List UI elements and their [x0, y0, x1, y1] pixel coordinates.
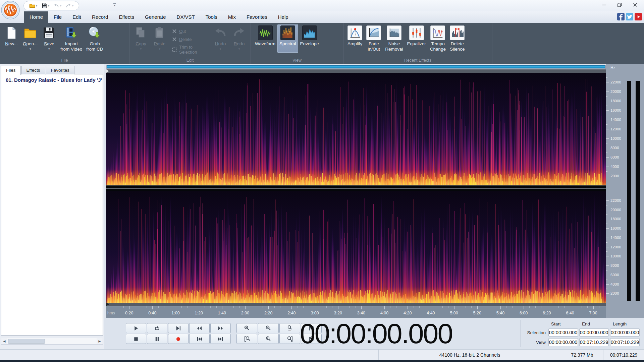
frequency-tick [606, 82, 609, 82]
rewind-button[interactable] [189, 323, 210, 333]
go-to-start-button[interactable] [189, 334, 210, 344]
playhead-marker-bottom-icon[interactable] [106, 303, 109, 306]
app-logo-icon[interactable] [1, 1, 20, 19]
tab-file[interactable]: File [48, 11, 67, 23]
panel-tab-effects[interactable]: Effects [21, 66, 45, 74]
zoom-in-button[interactable] [236, 323, 257, 333]
spectrogram-channel-left[interactable] [106, 73, 606, 185]
ribbon-button-waveform[interactable]: Waveform [253, 24, 277, 53]
view-end-value[interactable]: 00:07:10.229 [579, 338, 609, 346]
qat-open-button[interactable]: ▾ [28, 2, 39, 9]
tab-home[interactable]: Home [24, 11, 48, 23]
pause-button[interactable] [147, 334, 167, 344]
scroll-left-button[interactable]: ◀ [1, 340, 7, 343]
marker-strip-top[interactable] [106, 69, 606, 73]
tab-generate[interactable]: Generate [140, 11, 171, 23]
close-button[interactable] [627, 1, 643, 10]
ribbon-button-trim-to-selection[interactable]: Trim to Selection [172, 45, 208, 55]
waveform-horizontal-scrollbar[interactable] [106, 65, 606, 69]
column-header-length: Length [610, 321, 640, 326]
dropdown-arrow-icon[interactable]: ▾ [238, 47, 240, 51]
playhead-marker-top-icon[interactable] [106, 69, 109, 73]
dropdown-arrow-icon[interactable]: ▾ [30, 47, 31, 51]
ribbon-button-delete-silence[interactable]: Delete Silence [448, 24, 467, 53]
scroll-right-button[interactable]: ▶ [97, 340, 103, 343]
twitter-icon[interactable] [626, 13, 633, 20]
dropdown-arrow-icon[interactable]: ▾ [48, 47, 50, 51]
go-to-end-button[interactable] [210, 334, 231, 344]
ribbon-button-save[interactable]: Save▾ [40, 24, 58, 51]
dropdown-arrow-icon[interactable]: ▾ [159, 47, 161, 51]
ribbon-button-import-from-video[interactable]: Import from Video [58, 24, 84, 53]
file-list-item[interactable]: 01. Domagoy Ralasic - Blues for Lady 'J' [1, 74, 103, 85]
ribbon-button-paste[interactable]: Paste▾ [150, 24, 169, 51]
selection-end-value[interactable]: 00:00:00.000 [579, 328, 609, 337]
ribbon-button-noise-removal[interactable]: Noise Removal [383, 24, 405, 53]
dropdown-arrow-icon[interactable]: ▾ [36, 4, 37, 7]
restore-button[interactable] [612, 1, 627, 10]
panel-tab-files[interactable]: Files [1, 66, 21, 75]
frequency-minor-tick [606, 134, 607, 134]
dropdown-arrow-icon[interactable]: ▾ [60, 4, 61, 7]
qat-save-button[interactable]: ▾ [40, 2, 51, 9]
fast-forward-button[interactable] [210, 323, 231, 333]
ribbon-button-grab-from-cd[interactable]: Grab from CD [84, 24, 105, 53]
qat-undo-button[interactable]: ▾ [52, 2, 63, 9]
selection-start-value[interactable]: 00:00:00.000 [548, 328, 578, 337]
dropdown-arrow-icon[interactable]: ▾ [72, 4, 73, 7]
ribbon-button-open[interactable]: Open...▾ [21, 24, 40, 51]
facebook-icon[interactable] [617, 13, 625, 20]
minimize-button[interactable] [596, 1, 612, 10]
play-button[interactable] [126, 323, 146, 333]
view-start-value[interactable]: 00:00:00.000 [548, 338, 578, 346]
tab-dx-vst[interactable]: DX/VST [171, 11, 200, 23]
frequency-minor-tick [606, 171, 607, 172]
chevron-down-icon: ▾ [114, 4, 115, 7]
dropdown-arrow-icon[interactable]: ▾ [48, 4, 49, 7]
channel-divider[interactable] [106, 185, 606, 191]
qat-redo-button[interactable]: ▾ [64, 2, 75, 9]
record-button[interactable] [168, 334, 189, 344]
ribbon-button-cut[interactable]: Cut [172, 28, 208, 34]
dropdown-arrow-icon[interactable]: ▾ [140, 47, 142, 51]
ribbon-button-delete[interactable]: Delete [172, 37, 208, 42]
ribbon-button-fade-in-out[interactable]: Fade In/Out [364, 24, 383, 53]
time-minor-tick [483, 306, 483, 308]
stop-button[interactable] [126, 334, 146, 344]
youtube-icon[interactable] [635, 13, 642, 20]
spectrogram-channel-right[interactable] [106, 191, 606, 303]
scrollbar-track[interactable] [7, 338, 97, 344]
scrollbar-thumb[interactable] [8, 339, 45, 344]
ribbon-button-new[interactable]: New... [2, 24, 21, 53]
panel-horizontal-scrollbar[interactable]: ◀ ▶ [1, 338, 103, 345]
tab-mix[interactable]: Mix [223, 11, 241, 23]
ribbon-button-undo[interactable]: Undo▾ [211, 24, 230, 51]
horizontal-scrollbar-thumb[interactable] [107, 65, 605, 68]
ribbon-button-copy[interactable]: Copy▾ [131, 24, 150, 51]
ribbon-button-tempo-change[interactable]: Tempo Change [428, 24, 448, 53]
tab-effects[interactable]: Effects [113, 11, 140, 23]
time-ruler[interactable]: hms 0:200:401:001:201:402:002:202:403:00… [106, 306, 606, 318]
zoom-selection-start-button[interactable] [236, 334, 257, 344]
tab-favorites[interactable]: Favorites [241, 11, 273, 23]
editor-area: hms 0:200:401:001:201:402:002:202:403:00… [104, 64, 644, 349]
marker-strip-bottom[interactable] [106, 303, 606, 306]
selection-length-value[interactable]: 00:00:00.000 [610, 328, 640, 337]
ribbon-button-spectral[interactable]: Spectral [277, 24, 298, 53]
spectrogram-view[interactable] [106, 69, 606, 306]
ribbon-button-redo[interactable]: Redo▾ [230, 24, 249, 51]
dropdown-arrow-icon[interactable]: ▾ [220, 47, 221, 51]
tab-edit[interactable]: Edit [67, 11, 87, 23]
ribbon-button-amplify[interactable]: Amplify [345, 24, 364, 53]
ribbon-button-envelope[interactable]: Envelope [298, 24, 321, 53]
tab-tools[interactable]: Tools [200, 11, 223, 23]
loop-button[interactable] [147, 323, 167, 333]
view-length-value[interactable]: 00:07:10.229 [610, 338, 640, 346]
tab-help[interactable]: Help [273, 11, 294, 23]
tab-record[interactable]: Record [87, 11, 113, 23]
customize-quick-access-button[interactable]: ▾ [112, 3, 117, 7]
frequency-tick-label: 8000 [610, 146, 619, 150]
panel-tab-favorites[interactable]: Favorites [46, 66, 75, 74]
ribbon-button-equalizer[interactable]: Equalizer [405, 24, 428, 53]
play-to-next-button[interactable] [168, 323, 189, 333]
